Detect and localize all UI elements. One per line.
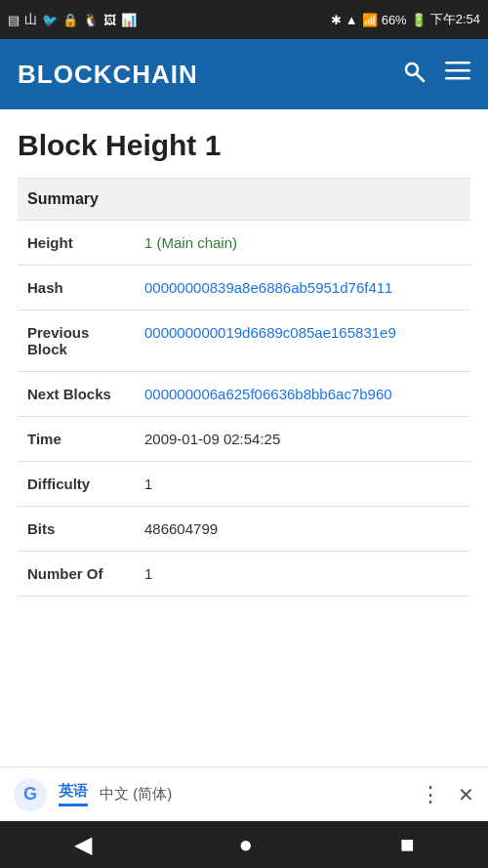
row-label-prev-block: Previous Block (18, 310, 135, 372)
table-row: Hash 00000000839a8e6886ab5951d76f411 (18, 266, 470, 310)
status-icon-4: 🔒 (62, 13, 78, 27)
row-label-hash: Hash (18, 266, 135, 310)
status-icon-5: 🐧 (83, 13, 99, 27)
row-label-difficulty: Difficulty (18, 462, 135, 507)
row-value-number-of: 1 (135, 552, 470, 597)
row-value-hash: 00000000839a8e6886ab5951d76f411 (135, 266, 470, 310)
translate-close-icon[interactable]: ✕ (458, 783, 474, 806)
bottom-navigation: ◀ ● ■ (0, 821, 488, 868)
signal-icon: 📶 (362, 13, 378, 27)
translate-bar: G 英语 中文 (简体) ⋮ ✕ (0, 766, 488, 821)
next-blocks-link[interactable]: 000000006a625f06636b8bb6ac7b960 (144, 386, 392, 402)
table-row: Height 1 (Main chain) (18, 221, 470, 266)
header-icons (402, 60, 470, 89)
battery-percent: 66% (382, 13, 407, 27)
table-row: Next Blocks 000000006a625f06636b8bb6ac7b… (18, 372, 470, 417)
status-icon-1: ▤ (8, 13, 20, 27)
summary-table: Summary Height 1 (Main chain) Hash 00000… (18, 178, 470, 597)
table-row: Time 2009-01-09 02:54:25 (18, 417, 470, 462)
google-translate-icon: G (14, 778, 47, 811)
target-language[interactable]: 中文 (简体) (100, 785, 172, 804)
menu-icon[interactable] (445, 62, 470, 87)
app-header: BLOCKCHAIN (0, 39, 488, 109)
row-label-height: Height (18, 221, 135, 266)
current-language[interactable]: 英语 (59, 782, 88, 806)
battery-icon: 🔋 (411, 13, 427, 27)
row-value-bits: 486604799 (135, 507, 470, 552)
status-icon-3: 🐦 (42, 13, 58, 27)
svg-line-1 (417, 74, 424, 81)
wifi-icon: ▲ (346, 13, 358, 27)
table-row: Bits 486604799 (18, 507, 470, 552)
summary-heading: Summary (18, 179, 470, 221)
row-label-bits: Bits (18, 507, 135, 552)
hash-link[interactable]: 00000000839a8e6886ab5951d76f411 (144, 279, 392, 296)
row-label-next-blocks: Next Blocks (18, 372, 135, 417)
g-letter: G (23, 784, 37, 805)
bluetooth-icon: ✱ (331, 13, 342, 27)
time-display: 下午2:54 (430, 11, 480, 28)
main-content: Block Height 1 Summary Height 1 (Main ch… (0, 109, 488, 597)
status-bar-left: ▤ 山 🐦 🔒 🐧 🖼 📊 (8, 11, 137, 28)
row-value-height: 1 (Main chain) (135, 221, 470, 266)
status-icon-6: 🖼 (103, 13, 116, 27)
row-value-next-blocks: 000000006a625f06636b8bb6ac7b960 (135, 372, 470, 417)
translate-more-icon[interactable]: ⋮ (420, 782, 440, 807)
status-bar: ▤ 山 🐦 🔒 🐧 🖼 📊 ✱ ▲ 📶 66% 🔋 下午2:54 (0, 0, 488, 39)
row-value-time: 2009-01-09 02:54:25 (135, 417, 470, 462)
search-icon[interactable] (402, 60, 426, 89)
table-row: Number Of 1 (18, 552, 470, 597)
svg-rect-3 (445, 69, 470, 72)
prev-block-link[interactable]: 000000000019d6689c085ae165831e9 (144, 324, 396, 341)
table-row: Previous Block 000000000019d6689c085ae16… (18, 310, 470, 372)
recents-button[interactable]: ■ (400, 831, 415, 858)
row-value-difficulty: 1 (135, 462, 470, 507)
back-button[interactable]: ◀ (74, 831, 92, 858)
page-title: Block Height 1 (18, 109, 470, 178)
svg-rect-2 (445, 62, 470, 64)
table-row: Difficulty 1 (18, 462, 470, 507)
status-bar-right: ✱ ▲ 📶 66% 🔋 下午2:54 (331, 11, 480, 28)
svg-rect-4 (445, 77, 470, 80)
status-icon-2: 山 (24, 11, 37, 28)
home-button[interactable]: ● (239, 831, 254, 858)
height-link[interactable]: 1 (Main chain) (144, 234, 237, 251)
row-value-prev-block: 000000000019d6689c085ae165831e9 (135, 310, 470, 372)
row-label-number-of: Number Of (18, 552, 135, 597)
status-icon-7: 📊 (121, 13, 137, 27)
app-logo: BLOCKCHAIN (18, 60, 198, 90)
row-label-time: Time (18, 417, 135, 462)
